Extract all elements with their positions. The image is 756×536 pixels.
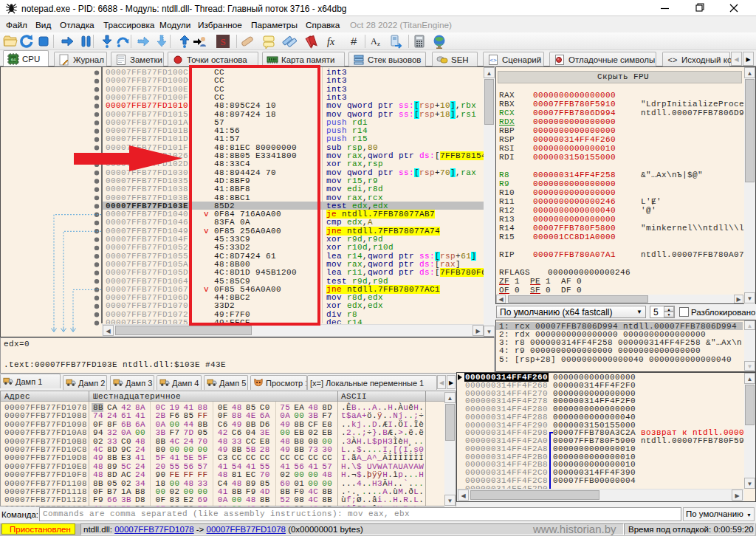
svg-text:<>: <> [668,55,678,64]
svg-text:<>: <> [489,57,497,63]
svg-text:64: 64 [11,57,16,61]
